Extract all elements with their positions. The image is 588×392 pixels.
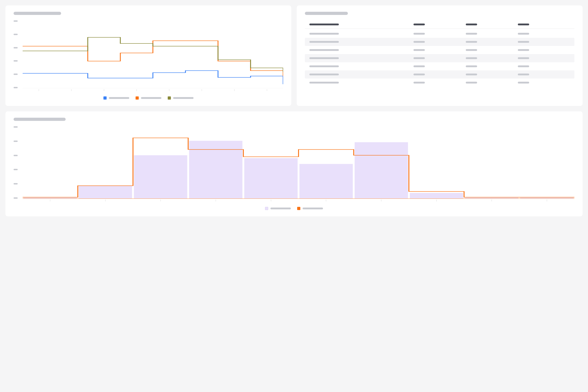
table-cell-skeleton	[414, 66, 425, 67]
table-header-cell-skeleton	[414, 24, 425, 25]
table-row	[305, 62, 574, 70]
table-cell-skeleton	[466, 66, 477, 67]
table-cell-skeleton	[310, 82, 339, 84]
table-cell-skeleton	[466, 49, 477, 51]
table-cell-skeleton	[414, 57, 425, 59]
x-tick	[169, 89, 169, 91]
table-header-cell-skeleton	[466, 24, 477, 25]
y-tick	[14, 47, 18, 48]
plot-area	[23, 20, 283, 88]
y-tick	[14, 140, 18, 142]
x-tick	[136, 89, 137, 91]
table-cell-skeleton	[414, 33, 425, 35]
data-table	[305, 20, 574, 87]
table-cell-skeleton	[414, 49, 425, 51]
legend-item	[297, 207, 323, 210]
table-cell-skeleton	[518, 66, 529, 67]
table-row	[305, 54, 574, 62]
legend-item	[104, 96, 129, 100]
table-cell-skeleton	[466, 74, 477, 75]
x-tick	[436, 200, 436, 202]
table-cell-skeleton	[310, 74, 339, 75]
table-row	[305, 38, 574, 46]
table-cell-skeleton	[310, 49, 339, 51]
x-tick	[271, 200, 271, 202]
y-tick	[14, 197, 18, 199]
legend-item	[136, 96, 161, 100]
svg-rect-6	[300, 164, 353, 199]
y-axis-ticks	[14, 126, 20, 199]
table-cell-skeleton	[414, 74, 425, 75]
table-cell-skeleton	[466, 41, 477, 43]
table-header-cell-skeleton	[518, 24, 529, 25]
table-cell-skeleton	[414, 82, 425, 84]
step-line-chart-card	[6, 6, 291, 106]
legend-label-skeleton	[302, 208, 323, 209]
y-tick	[14, 155, 18, 156]
svg-rect-3	[134, 155, 188, 199]
table-row	[305, 46, 574, 54]
legend-label-skeleton	[270, 208, 291, 209]
table-cell-skeleton	[310, 66, 339, 67]
x-tick	[267, 89, 267, 91]
legend-swatch	[104, 96, 106, 100]
table-cell-skeleton	[518, 49, 529, 51]
legend-item	[168, 96, 194, 100]
legend	[14, 96, 283, 100]
y-tick	[14, 169, 18, 170]
table-cell-skeleton	[310, 33, 339, 35]
data-table-card	[297, 6, 582, 106]
x-tick	[202, 89, 202, 91]
table-cell-skeleton	[518, 82, 529, 84]
table-header-row	[305, 20, 574, 29]
y-tick	[14, 60, 18, 62]
x-tick	[105, 200, 106, 202]
svg-rect-2	[79, 186, 132, 199]
legend-swatch	[168, 96, 171, 100]
table-cell-skeleton	[518, 33, 529, 35]
y-axis-ticks	[14, 20, 20, 88]
table-title-skeleton	[305, 12, 348, 15]
table-cell-skeleton	[414, 41, 425, 43]
x-axis-ticks	[23, 89, 283, 91]
y-tick	[14, 34, 18, 35]
chart-title-skeleton	[14, 12, 61, 15]
x-axis-ticks	[23, 200, 574, 202]
table-row	[305, 30, 574, 38]
y-tick	[14, 20, 18, 22]
x-tick	[234, 89, 234, 91]
table-cell-skeleton	[466, 57, 477, 59]
table-cell-skeleton	[310, 57, 339, 59]
table-cell-skeleton	[310, 41, 339, 43]
legend	[14, 207, 574, 210]
histogram-chart-card	[6, 111, 582, 216]
table-cell-skeleton	[518, 41, 529, 43]
table-cell-skeleton	[466, 82, 477, 84]
legend-label-skeleton	[173, 97, 194, 99]
legend-label-skeleton	[109, 97, 129, 99]
table-cell-skeleton	[518, 74, 529, 75]
x-tick	[547, 200, 547, 202]
legend-label-skeleton	[141, 97, 161, 99]
x-tick	[216, 200, 216, 202]
y-tick	[14, 74, 18, 75]
svg-rect-7	[355, 142, 408, 199]
plot-area	[23, 126, 574, 199]
y-tick	[14, 183, 18, 184]
table-cell-skeleton	[466, 33, 477, 35]
x-tick	[50, 200, 50, 202]
histogram-chart	[14, 126, 574, 199]
x-tick	[492, 200, 492, 202]
svg-rect-5	[244, 158, 298, 199]
legend-swatch	[265, 207, 268, 210]
table-row	[305, 78, 574, 87]
x-tick	[326, 200, 326, 202]
x-tick	[71, 89, 72, 91]
y-tick	[14, 87, 18, 88]
step-line-chart	[14, 20, 283, 88]
legend-swatch	[136, 96, 139, 100]
x-tick	[160, 200, 161, 202]
table-header-cell-skeleton	[310, 24, 339, 25]
chart-title-skeleton	[14, 118, 66, 121]
legend-swatch	[297, 207, 300, 210]
